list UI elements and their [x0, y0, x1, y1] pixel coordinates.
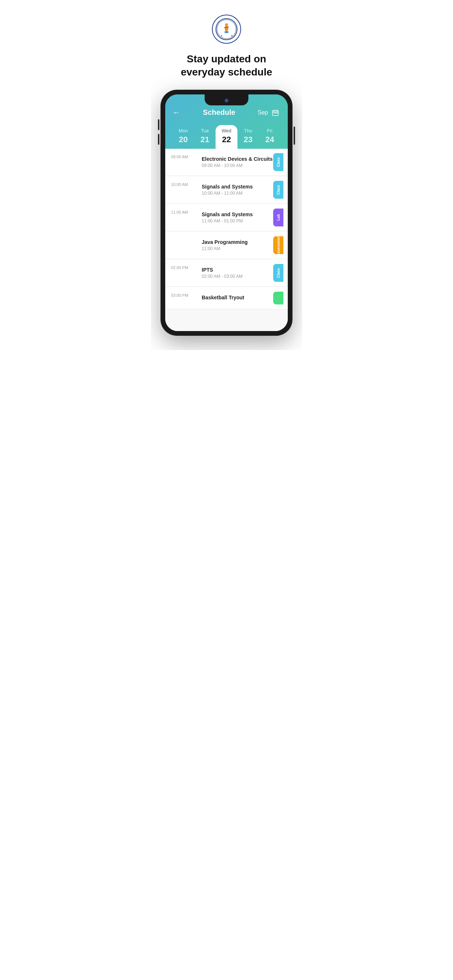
time-label-4: 02:00 PM — [171, 264, 197, 282]
event-card-1[interactable]: Signals and Systems 10:00 AM - 11:00 AM … — [197, 181, 282, 199]
day-name-wed: Wed — [217, 128, 236, 134]
logo-icon: ★ ★ — [214, 16, 239, 42]
svg-text:★: ★ — [221, 35, 222, 37]
event-title-0: Electronic Devices & Circuits — [202, 156, 278, 162]
svg-rect-12 — [274, 113, 274, 113]
time-label-2: 11:00 AM — [171, 208, 197, 226]
event-tag-1: Class — [273, 181, 283, 199]
svg-text:★: ★ — [231, 35, 233, 37]
day-fri[interactable]: Fri 24 — [259, 125, 281, 149]
schedule-row-3[interactable]: Java Programming 11:00 AM Assessment — [165, 232, 288, 259]
day-number-wed: 22 — [217, 135, 236, 145]
day-name-fri: Fri — [260, 128, 279, 134]
day-name-thu: Thu — [239, 128, 257, 134]
time-label-1: 10:00 AM — [171, 181, 197, 199]
event-card-2[interactable]: Signals and Systems 11:00 AM - 01:00 PM … — [197, 208, 282, 226]
month-display[interactable]: Sep — [258, 108, 281, 118]
day-tue[interactable]: Tue 21 — [194, 125, 215, 149]
event-tag-3: Assessment — [273, 236, 283, 254]
event-tag-4: Class — [273, 264, 283, 282]
svg-rect-13 — [275, 113, 276, 113]
day-thu[interactable]: Thu 23 — [238, 125, 259, 149]
day-number-mon: 20 — [174, 135, 193, 145]
day-number-tue: 21 — [196, 135, 214, 145]
day-name-tue: Tue — [196, 128, 214, 134]
event-card-4[interactable]: IPTS 02:00 AM - 03:00 AM Class — [197, 264, 282, 282]
svg-point-2 — [225, 25, 228, 31]
schedule-row-4[interactable]: 02:00 PM IPTS 02:00 AM - 03:00 AM Class — [165, 259, 288, 286]
schedule-list: 09:00 AM Electronic Devices & Circuits 0… — [165, 149, 288, 331]
time-label-3 — [171, 236, 197, 254]
svg-point-5 — [224, 31, 229, 33]
event-tag-0: Class — [273, 153, 283, 171]
event-time-4: 02:00 AM - 03:00 AM — [202, 274, 278, 279]
svg-rect-14 — [276, 113, 278, 113]
day-number-thu: 23 — [239, 135, 257, 145]
event-time-0: 09:00 AM - 10:00 AM — [202, 163, 278, 168]
event-title-5: Basketball Tryout — [202, 294, 278, 301]
back-button[interactable]: ← — [172, 108, 180, 118]
power-button — [293, 127, 295, 145]
volume-up-button — [158, 119, 160, 130]
schedule-row-2[interactable]: 11:00 AM Signals and Systems 11:00 AM - … — [165, 204, 288, 231]
main-heading: Stay updated on everyday schedule — [166, 52, 287, 79]
day-mon[interactable]: Mon 20 — [172, 125, 194, 149]
schedule-row-5[interactable]: 03:00 PM Basketball Tryout — [165, 287, 288, 309]
volume-down-button — [158, 134, 160, 145]
svg-point-3 — [225, 23, 228, 26]
event-title-4: IPTS — [202, 267, 278, 273]
camera-dot — [225, 99, 228, 102]
day-name-mon: Mon — [174, 128, 193, 134]
day-wed[interactable]: Wed 22 — [215, 125, 237, 150]
page-wrapper: ★ ★ Stay updated on everyday schedule ← … — [151, 0, 302, 350]
time-label-5: 03:00 PM — [171, 292, 197, 304]
event-card-5[interactable]: Basketball Tryout — [197, 292, 282, 304]
event-title-2: Signals and Systems — [202, 212, 278, 217]
header-top: ← Schedule Sep — [172, 108, 281, 118]
heading-section: Stay updated on everyday schedule — [151, 52, 302, 90]
phone-notch — [205, 94, 248, 105]
school-logo: ★ ★ — [212, 14, 241, 44]
event-title-3: Java Programming — [202, 239, 278, 245]
phone-screen: ← Schedule Sep — [165, 94, 288, 331]
event-time-2: 11:00 AM - 01:00 PM — [202, 218, 278, 223]
phone-mockup: ← Schedule Sep — [161, 90, 292, 336]
event-tag-2: Lab — [273, 208, 283, 226]
logo-section: ★ ★ — [151, 14, 302, 44]
event-time-1: 10:00 AM - 11:00 AM — [202, 191, 278, 196]
event-time-3: 11:00 AM — [202, 246, 278, 251]
day-selector: Mon 20 Tue 21 Wed 22 Thu 23 — [172, 125, 281, 149]
event-card-3[interactable]: Java Programming 11:00 AM Assessment — [197, 236, 282, 254]
schedule-row-1[interactable]: 10:00 AM Signals and Systems 10:00 AM - … — [165, 177, 288, 204]
schedule-row-0[interactable]: 09:00 AM Electronic Devices & Circuits 0… — [165, 149, 288, 176]
event-tag-5 — [273, 292, 283, 304]
time-label-0: 09:00 AM — [171, 153, 197, 171]
month-label: Sep — [258, 110, 268, 116]
event-title-1: Signals and Systems — [202, 184, 278, 189]
screen-title: Schedule — [203, 108, 235, 117]
calendar-icon — [270, 108, 281, 118]
event-card-0[interactable]: Electronic Devices & Circuits 09:00 AM -… — [197, 153, 282, 171]
day-number-fri: 24 — [260, 135, 279, 145]
